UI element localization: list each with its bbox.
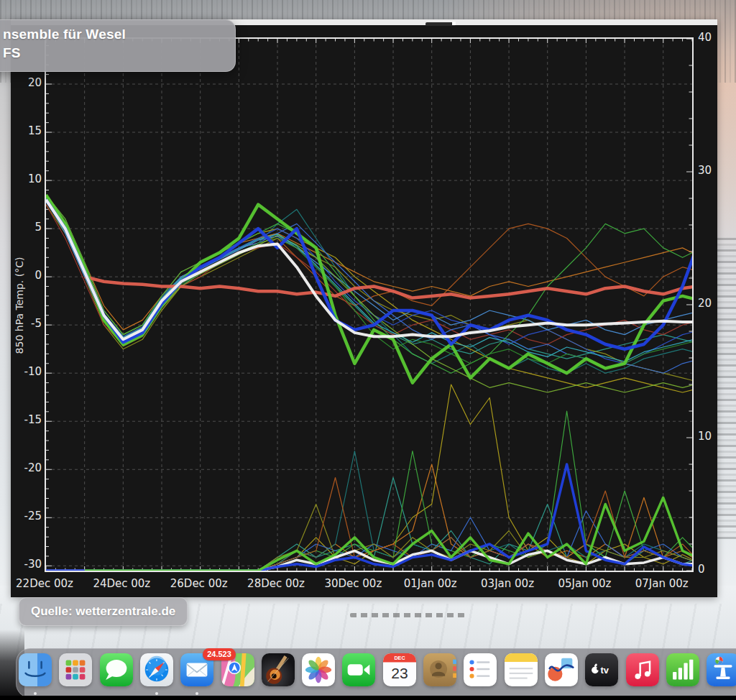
dock-keynote-icon[interactable] [707, 653, 736, 686]
left-tick-5: 5 [12, 221, 42, 234]
series-rain-olive [46, 384, 692, 571]
overlay-title-line2: FS [3, 44, 235, 63]
x-tick-0: 22Dec 00z [5, 577, 84, 590]
dock-freeform-icon[interactable] [545, 653, 578, 686]
source-badge: Quelle: wetterzentrale.de [19, 597, 188, 626]
clipped-title-fragment [426, 22, 456, 26]
dock-appletv-icon[interactable]: tv [585, 653, 618, 686]
left-tick--10: -10 [12, 365, 42, 378]
screen-bottom-strip [0, 696, 736, 700]
x-tick-6: 03Jan 00z [468, 577, 547, 590]
y-axis-title: 850 hPa Temp. (°C) [14, 162, 25, 449]
x-tick-7: 05Jan 00z [545, 577, 624, 590]
ensemble-chart-image: 850 hPa Temp. (°C) 20151050-5-10-15-20-2… [11, 19, 717, 597]
dock-reminders-icon[interactable] [464, 653, 497, 686]
plot-area [45, 37, 694, 572]
dock-launchpad-icon[interactable] [59, 653, 92, 686]
clipped-caption-fragment [350, 613, 465, 617]
right-tick-30: 30 [698, 164, 722, 177]
dock: 24.523DEC23tv [16, 648, 736, 698]
left-tick-10: 10 [12, 172, 42, 185]
left-tick--30: -30 [12, 558, 42, 571]
x-tick-5: 01Jan 00z [391, 577, 470, 590]
desktop: 850 hPa Temp. (°C) 20151050-5-10-15-20-2… [0, 0, 736, 700]
dock-contacts-icon[interactable] [423, 653, 456, 686]
running-indicator-dot [34, 692, 37, 695]
dock-finder-icon[interactable] [19, 653, 52, 686]
right-tick-40: 40 [698, 31, 722, 44]
right-tick-20: 20 [698, 297, 722, 310]
mail-unread-badge: 24.523 [203, 648, 236, 660]
svg-text:DEC: DEC [394, 655, 405, 661]
x-tick-1: 24Dec 00z [82, 577, 161, 590]
dock-numbers-icon[interactable] [666, 653, 699, 686]
series-member-olive [46, 205, 692, 383]
overlay-title-line1: nsemble für Wesel [3, 25, 235, 44]
right-tick-10: 10 [698, 430, 722, 443]
x-tick-8: 07Jan 00z [622, 577, 702, 590]
dock-photos-icon[interactable] [302, 653, 335, 686]
running-indicator-dot [196, 692, 198, 695]
clipped-title-dot [452, 22, 456, 25]
svg-text:tv: tv [601, 665, 610, 676]
dock-music-icon[interactable] [626, 653, 659, 686]
right-tick-0: 0 [698, 563, 722, 576]
dock-calendar-icon[interactable]: DEC23 [383, 653, 416, 686]
dock-garageband-icon[interactable] [262, 653, 295, 686]
x-tick-2: 26Dec 00z [160, 577, 239, 590]
dock-safari-icon[interactable] [140, 653, 173, 686]
left-tick--20: -20 [12, 461, 42, 474]
dock-messages-icon[interactable] [100, 653, 133, 686]
dock-facetime-icon[interactable] [342, 653, 375, 686]
left-tick--25: -25 [12, 510, 42, 522]
left-tick--15: -15 [12, 413, 42, 426]
series-rain-green [46, 411, 692, 571]
svg-text:23: 23 [391, 665, 408, 681]
running-indicator-dot [155, 692, 158, 695]
left-tick-0: 0 [12, 269, 42, 282]
chart-title-overlay: nsemble für Wesel FS [0, 19, 236, 72]
x-tick-4: 30Dec 00z [313, 577, 392, 590]
wallpaper-trees-right [714, 237, 736, 539]
series-member-orange [46, 195, 692, 330]
left-tick-15: 15 [12, 124, 42, 137]
dock-notes-icon[interactable] [505, 653, 538, 686]
ensemble-plot-svg [46, 39, 692, 571]
left-tick-20: 20 [12, 76, 42, 89]
x-tick-3: 28Dec 00z [236, 577, 316, 590]
left-tick--5: -5 [12, 317, 42, 330]
